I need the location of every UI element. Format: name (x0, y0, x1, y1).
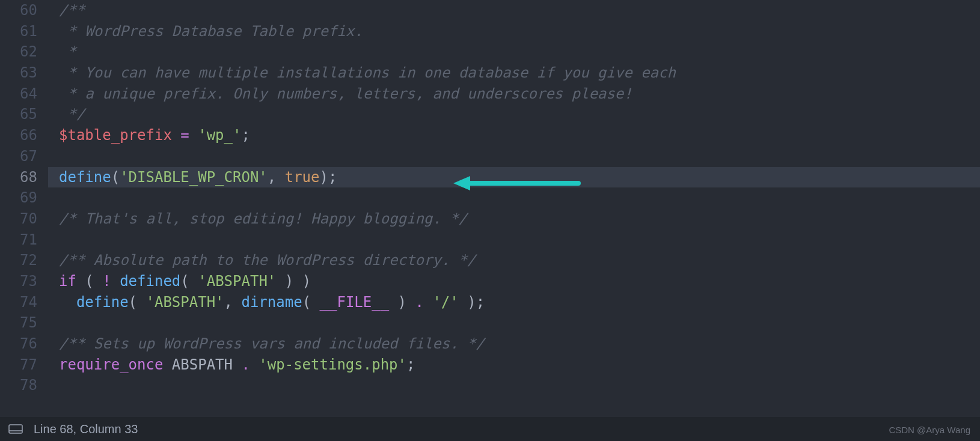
token-comment: * a unique prefix. Only numbers, letters… (59, 85, 632, 102)
code-line[interactable]: /** Sets up WordPress vars and included … (59, 333, 980, 354)
token-comment: /** (59, 2, 85, 19)
token-punct: ( (129, 294, 146, 311)
panel-icon[interactable] (7, 423, 24, 435)
token-punct: , (268, 169, 285, 186)
token-default (250, 356, 259, 373)
code-line[interactable]: /** Absolute path to the WordPress direc… (59, 250, 980, 271)
code-line[interactable]: $table_prefix = 'wp_'; (59, 125, 980, 146)
line-number: 65 (0, 104, 37, 125)
line-number: 69 (0, 187, 37, 208)
code-content[interactable]: /** * WordPress Database Table prefix. *… (48, 0, 980, 417)
code-line[interactable]: define( 'ABSPATH', dirname( __FILE__ ) .… (59, 292, 980, 313)
token-punct: ); (459, 294, 485, 311)
line-number: 62 (0, 41, 37, 62)
token-comment: /** Absolute path to the WordPress direc… (59, 252, 476, 269)
token-constant-magic: __FILE__ (320, 294, 390, 311)
token-punct: ); (320, 169, 337, 186)
token-punct (424, 294, 432, 311)
code-line[interactable]: * WordPress Database Table prefix. (59, 21, 980, 42)
token-keyword: . (415, 294, 423, 311)
line-number: 64 (0, 84, 37, 105)
token-comment: */ (59, 106, 85, 123)
token-punct: ; (406, 356, 415, 373)
token-string: '/' (432, 294, 458, 311)
token-punct: ) ) (276, 273, 311, 290)
code-line[interactable]: if ( ! defined( 'ABSPATH' ) ) (59, 271, 980, 292)
token-default (172, 127, 180, 144)
code-line[interactable]: define('DISABLE_WP_CRON', true); (59, 167, 980, 188)
token-comment: /* That's all, stop editing! Happy blogg… (59, 210, 467, 227)
line-number: 61 (0, 21, 37, 42)
token-punct: ) (389, 294, 415, 311)
token-keyword: = (180, 127, 189, 144)
code-line[interactable]: /* That's all, stop editing! Happy blogg… (59, 208, 980, 230)
token-punct: ; (241, 127, 250, 144)
token-function-call: defined (120, 273, 180, 290)
line-number: 73 (0, 271, 37, 292)
token-comment: * You can have multiple installations in… (59, 64, 676, 81)
token-keyword: if (59, 273, 76, 290)
watermark-text: CSDN @Arya Wang (889, 425, 970, 435)
code-line[interactable] (59, 187, 980, 208)
token-default (59, 294, 76, 311)
code-line[interactable]: */ (59, 104, 980, 125)
token-keyword: . (241, 356, 250, 373)
token-constant: true (285, 169, 320, 186)
token-string: 'DISABLE_WP_CRON' (120, 169, 268, 186)
token-comment: * (59, 43, 76, 60)
token-function-call: define (59, 169, 111, 186)
code-line[interactable] (59, 375, 980, 396)
token-default (76, 273, 85, 290)
token-default (163, 356, 171, 373)
token-keyword: require_once (59, 356, 163, 373)
token-function-call: dirname (241, 294, 302, 311)
line-number: 66 (0, 125, 37, 146)
code-line[interactable] (59, 146, 980, 167)
line-number: 70 (0, 208, 37, 230)
token-comment: * WordPress Database Table prefix. (59, 23, 363, 40)
token-punct: , (224, 294, 242, 311)
token-default: ABSPATH (172, 356, 233, 373)
line-number: 63 (0, 62, 37, 84)
line-number: 71 (0, 230, 37, 251)
code-line[interactable]: /** (59, 0, 980, 21)
code-line[interactable]: * You can have multiple installations in… (59, 62, 980, 84)
line-number: 77 (0, 354, 37, 376)
code-line[interactable] (59, 230, 980, 251)
line-number: 76 (0, 333, 37, 354)
code-line[interactable]: * a unique prefix. Only numbers, letters… (59, 84, 980, 105)
line-number: 60 (0, 0, 37, 21)
token-string: 'wp_' (198, 127, 241, 144)
token-variable: $table_prefix (59, 127, 172, 144)
status-bar: Line 68, Column 33 (0, 417, 980, 441)
line-number: 78 (0, 375, 37, 396)
code-line[interactable]: * (59, 41, 980, 62)
svg-rect-2 (9, 425, 22, 433)
code-line[interactable] (59, 312, 980, 333)
line-number: 74 (0, 292, 37, 313)
token-string: 'ABSPATH' (146, 294, 224, 311)
token-punct: ( (180, 273, 198, 290)
code-editor: 60616263646566676869707172737475767778 /… (0, 0, 980, 441)
token-string: 'ABSPATH' (198, 273, 276, 290)
line-number: 72 (0, 250, 37, 271)
code-line[interactable]: require_once ABSPATH . 'wp-settings.php'… (59, 354, 980, 376)
line-number-gutter: 60616263646566676869707172737475767778 (0, 0, 48, 417)
token-default (189, 127, 198, 144)
token-punct: ( (111, 169, 120, 186)
token-comment: /** Sets up WordPress vars and included … (59, 335, 485, 352)
token-function-call: define (76, 294, 129, 311)
token-punct: ( (302, 294, 320, 311)
line-number: 75 (0, 312, 37, 333)
token-keyword: ! (102, 273, 111, 290)
token-default (233, 356, 241, 373)
token-string: 'wp-settings.php' (259, 356, 406, 373)
cursor-position: Line 68, Column 33 (34, 422, 138, 436)
token-punct: ( (85, 273, 102, 290)
code-area[interactable]: 60616263646566676869707172737475767778 /… (0, 0, 980, 417)
line-number: 68 (0, 167, 37, 188)
line-number: 67 (0, 146, 37, 167)
token-default (111, 273, 120, 290)
